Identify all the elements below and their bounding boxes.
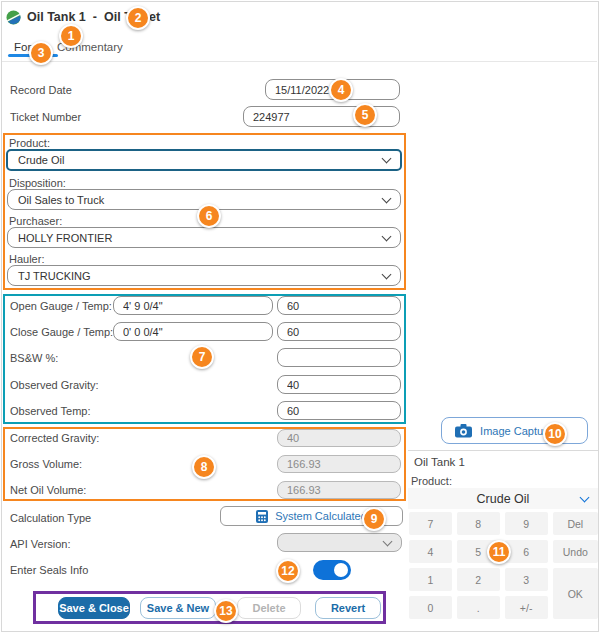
- product-select-value: Crude Oil: [18, 154, 64, 166]
- annotation-badge-11: 11: [487, 540, 511, 564]
- corrected-gravity-input: [277, 429, 401, 447]
- observed-temp-input[interactable]: [277, 401, 401, 420]
- right-panel-tank-name: Oil Tank 1: [414, 456, 465, 468]
- right-panel-product-select[interactable]: Crude Oil: [408, 488, 598, 509]
- annotation-badge-3: 3: [29, 41, 53, 65]
- annotation-badge-10: 10: [543, 422, 567, 446]
- chevron-down-icon: [382, 154, 392, 164]
- annotation-badge-8: 8: [192, 455, 216, 479]
- close-gauge-label: Close Gauge / Temp:: [10, 326, 113, 338]
- keypad-key-del[interactable]: Del: [553, 512, 598, 535]
- keypad-key-8[interactable]: 8: [457, 512, 500, 535]
- annotation-badge-5: 5: [353, 103, 377, 127]
- hauler-select-value: TJ TRUCKING: [18, 270, 91, 282]
- right-panel-product-label: Product:: [411, 475, 452, 487]
- net-oil-volume-label: Net Oil Volume:: [10, 484, 86, 496]
- observed-gravity-label: Observed Gravity:: [10, 379, 99, 391]
- observed-gravity-input[interactable]: [277, 375, 401, 394]
- page-title-left: Oil Tank 1: [27, 10, 86, 24]
- chevron-down-icon: [382, 231, 392, 241]
- keypad-key-4[interactable]: 4: [409, 540, 452, 563]
- enter-seals-toggle[interactable]: [313, 560, 351, 580]
- save-and-new-button[interactable]: Save & New: [140, 597, 216, 619]
- annotation-badge-6: 6: [197, 204, 221, 228]
- ticket-number-label: Ticket Number: [10, 111, 81, 123]
- disposition-label: Disposition:: [9, 177, 66, 189]
- numeric-keypad: 7 8 9 Del 4 5 6 Undo 1 2 3 OK 0 . +/-: [409, 512, 598, 619]
- keypad-key-7[interactable]: 7: [409, 512, 452, 535]
- corrected-gravity-label: Corrected Gravity:: [10, 432, 99, 444]
- annotation-badge-4: 4: [329, 78, 353, 102]
- chevron-down-icon: [580, 492, 590, 502]
- right-panel-product-value: Crude Oil: [477, 492, 530, 506]
- product-label: Product:: [9, 137, 50, 149]
- revert-button[interactable]: Revert: [315, 597, 381, 619]
- open-gauge-label: Open Gauge / Temp:: [10, 300, 112, 312]
- delete-button: Delete: [237, 597, 301, 619]
- close-gauge-input[interactable]: [113, 322, 273, 341]
- page-title-separator: -: [93, 10, 97, 24]
- keypad-key-1[interactable]: 1: [409, 568, 452, 591]
- keypad-key-9[interactable]: 9: [505, 512, 548, 535]
- chevron-down-icon: [382, 193, 392, 203]
- keypad-key-undo[interactable]: Undo: [553, 540, 598, 563]
- keypad-key-ok[interactable]: OK: [553, 568, 598, 619]
- disposition-select-value: Oil Sales to Truck: [18, 194, 104, 206]
- record-date-label: Record Date: [10, 84, 72, 96]
- annotation-badge-12: 12: [276, 559, 300, 583]
- gross-volume-input: [277, 455, 401, 473]
- keypad-key-2[interactable]: 2: [457, 568, 500, 591]
- camera-icon: [455, 424, 472, 438]
- annotation-badge-2: 2: [126, 6, 150, 30]
- system-calculated-label: System Calculated: [275, 510, 367, 522]
- bsw-label: BS&W %:: [10, 352, 58, 364]
- calculator-icon: [256, 510, 268, 523]
- bsw-input[interactable]: [277, 348, 401, 367]
- observed-temp-label: Observed Temp:: [10, 405, 91, 417]
- chevron-down-icon: [383, 536, 393, 546]
- annotation-badge-9: 9: [362, 507, 386, 531]
- enter-seals-info-label: Enter Seals Info: [10, 564, 88, 576]
- right-panel-divider: [408, 450, 598, 451]
- keypad-key-decimal[interactable]: .: [457, 596, 500, 619]
- hauler-select[interactable]: TJ TRUCKING: [7, 265, 401, 286]
- keypad-key-0[interactable]: 0: [409, 596, 452, 619]
- toggle-knob: [334, 563, 348, 577]
- save-and-close-button[interactable]: Save & Close: [58, 597, 130, 619]
- api-version-select[interactable]: [277, 533, 402, 552]
- open-temp-input[interactable]: [277, 296, 401, 315]
- hauler-label: Hauler:: [9, 253, 44, 265]
- annotation-badge-1: 1: [59, 24, 83, 48]
- purchaser-select-value: HOLLY FRONTIER: [18, 232, 112, 244]
- keypad-key-plusminus[interactable]: +/-: [505, 596, 548, 619]
- annotation-badge-7: 7: [190, 345, 214, 369]
- chevron-down-icon: [382, 269, 392, 279]
- keypad-key-6[interactable]: 6: [505, 540, 548, 563]
- open-gauge-input[interactable]: [113, 296, 273, 315]
- close-temp-input[interactable]: [277, 322, 401, 341]
- purchaser-select[interactable]: HOLLY FRONTIER: [7, 227, 401, 248]
- tabs-divider: [2, 61, 597, 62]
- calculation-type-label: Calculation Type: [10, 512, 91, 524]
- product-select[interactable]: Crude Oil: [6, 149, 402, 171]
- net-oil-volume-input: [277, 481, 401, 499]
- purchaser-label: Purchaser:: [9, 215, 62, 227]
- annotation-badge-13: 13: [214, 599, 238, 623]
- api-version-label: API Version:: [10, 538, 71, 550]
- keypad-key-3[interactable]: 3: [505, 568, 548, 591]
- gross-volume-label: Gross Volume:: [10, 458, 82, 470]
- app-icon: [6, 10, 21, 29]
